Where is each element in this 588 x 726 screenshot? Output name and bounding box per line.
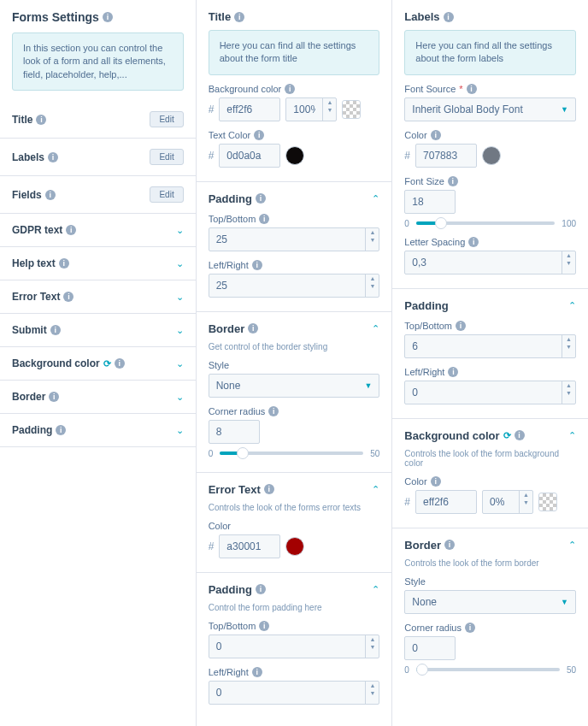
left-row[interactable]: Border i⌄ bbox=[0, 381, 196, 414]
info-icon[interactable]: i bbox=[248, 323, 258, 333]
info-icon[interactable]: i bbox=[448, 176, 458, 186]
step-down-icon[interactable]: ▼ bbox=[366, 689, 379, 697]
bg-color-input[interactable] bbox=[415, 490, 477, 514]
text-color-input[interactable] bbox=[219, 144, 280, 168]
info-icon[interactable]: i bbox=[259, 621, 269, 631]
info-icon[interactable]: i bbox=[465, 623, 475, 633]
step-up-icon[interactable]: ▲ bbox=[366, 274, 379, 282]
info-icon[interactable]: i bbox=[66, 225, 76, 235]
step-up-icon[interactable]: ▲ bbox=[366, 682, 379, 689]
step-down-icon[interactable]: ▼ bbox=[323, 106, 336, 114]
step-up-icon[interactable]: ▲ bbox=[520, 491, 532, 499]
info-icon[interactable]: i bbox=[252, 667, 262, 677]
edit-button[interactable]: Edit bbox=[150, 149, 183, 165]
color-swatch[interactable] bbox=[342, 100, 361, 119]
info-icon[interactable]: i bbox=[456, 321, 466, 331]
left-row[interactable]: Background color ⟳ i⌄ bbox=[0, 347, 196, 381]
tb-stepper[interactable]: ▲▼ bbox=[209, 227, 380, 251]
info-icon[interactable]: i bbox=[234, 12, 244, 22]
edit-button[interactable]: Edit bbox=[150, 186, 183, 203]
left-row[interactable]: Help text i⌄ bbox=[0, 247, 196, 280]
step-down-icon[interactable]: ▼ bbox=[366, 236, 379, 244]
info-icon[interactable]: i bbox=[468, 237, 479, 247]
color-swatch[interactable] bbox=[285, 537, 304, 556]
info-icon[interactable]: i bbox=[444, 12, 454, 22]
left-row[interactable]: Submit i⌄ bbox=[0, 314, 196, 347]
info-icon[interactable]: i bbox=[467, 84, 477, 94]
lr-stepper[interactable]: ▲▼ bbox=[209, 274, 380, 298]
info-icon[interactable]: i bbox=[50, 325, 61, 335]
step-down-icon[interactable]: ▼ bbox=[562, 389, 575, 397]
step-down-icon[interactable]: ▼ bbox=[562, 259, 575, 267]
step-up-icon[interactable]: ▲ bbox=[366, 635, 379, 643]
info-icon[interactable]: i bbox=[285, 84, 295, 94]
step-up-icon[interactable]: ▲ bbox=[323, 98, 336, 106]
radius-slider[interactable] bbox=[220, 452, 363, 455]
style-select[interactable]: None▼ bbox=[404, 590, 576, 614]
font-size-input[interactable] bbox=[404, 190, 456, 214]
tb-stepper[interactable]: ▲▼ bbox=[209, 635, 380, 658]
step-down-icon[interactable]: ▼ bbox=[366, 643, 379, 651]
style-select[interactable]: None▼ bbox=[209, 374, 380, 398]
info-icon[interactable]: i bbox=[444, 540, 455, 550]
info-icon[interactable]: i bbox=[431, 476, 441, 487]
error-color-input[interactable] bbox=[219, 534, 280, 558]
left-row[interactable]: Fields iEdit bbox=[0, 176, 196, 214]
info-icon[interactable]: i bbox=[268, 406, 279, 416]
info-icon[interactable]: i bbox=[259, 214, 269, 224]
step-up-icon[interactable]: ▲ bbox=[366, 228, 379, 236]
step-up-icon[interactable]: ▲ bbox=[562, 251, 575, 259]
info-icon[interactable]: i bbox=[59, 258, 69, 269]
label-color-input[interactable] bbox=[415, 144, 477, 168]
step-up-icon[interactable]: ▲ bbox=[562, 335, 575, 343]
info-icon[interactable]: i bbox=[63, 292, 74, 302]
chevron-up-icon[interactable]: ⌃ bbox=[568, 300, 576, 311]
info-icon[interactable]: i bbox=[103, 12, 113, 22]
left-row[interactable]: Labels iEdit bbox=[0, 139, 196, 176]
info-icon[interactable]: i bbox=[264, 484, 274, 494]
radius-input[interactable] bbox=[209, 420, 260, 444]
tb-stepper[interactable]: ▲▼ bbox=[404, 334, 576, 358]
chevron-up-icon[interactable]: ⌃ bbox=[372, 323, 379, 334]
left-row[interactable]: Title iEdit bbox=[0, 101, 196, 139]
letter-spacing-stepper[interactable]: ▲▼ bbox=[404, 251, 576, 274]
info-icon[interactable]: i bbox=[115, 358, 125, 369]
info-icon[interactable]: i bbox=[256, 193, 266, 204]
info-icon[interactable]: i bbox=[256, 584, 266, 594]
info-icon[interactable]: i bbox=[514, 430, 525, 440]
left-row[interactable]: GDPR text i⌄ bbox=[0, 214, 196, 247]
info-icon[interactable]: i bbox=[431, 130, 441, 140]
info-icon[interactable]: i bbox=[56, 425, 66, 435]
font-size-slider[interactable] bbox=[416, 221, 555, 225]
info-icon[interactable]: i bbox=[448, 367, 458, 377]
info-icon[interactable]: i bbox=[48, 152, 58, 162]
color-swatch[interactable] bbox=[285, 146, 304, 165]
step-down-icon[interactable]: ▼ bbox=[562, 343, 575, 351]
bg-color-input[interactable] bbox=[219, 97, 280, 121]
opacity-stepper[interactable]: ▲▼ bbox=[285, 97, 337, 121]
edit-button[interactable]: Edit bbox=[150, 111, 183, 127]
info-icon[interactable]: i bbox=[254, 130, 264, 140]
info-icon[interactable]: i bbox=[36, 115, 46, 125]
step-down-icon[interactable]: ▼ bbox=[520, 499, 532, 506]
info-icon[interactable]: i bbox=[45, 190, 56, 200]
radius-slider[interactable] bbox=[416, 668, 560, 671]
radius-input[interactable] bbox=[404, 636, 456, 660]
chevron-up-icon[interactable]: ⌃ bbox=[372, 584, 379, 595]
chevron-up-icon[interactable]: ⌃ bbox=[372, 484, 379, 495]
chevron-up-icon[interactable]: ⌃ bbox=[372, 193, 379, 204]
info-icon[interactable]: i bbox=[252, 260, 262, 270]
info-icon[interactable]: i bbox=[49, 392, 59, 402]
opacity-stepper[interactable]: ▲▼ bbox=[482, 490, 533, 514]
chevron-up-icon[interactable]: ⌃ bbox=[568, 540, 576, 551]
chevron-up-icon[interactable]: ⌃ bbox=[568, 430, 576, 441]
color-swatch[interactable] bbox=[482, 146, 501, 165]
color-swatch[interactable] bbox=[538, 493, 557, 511]
step-up-icon[interactable]: ▲ bbox=[562, 381, 575, 389]
step-down-icon[interactable]: ▼ bbox=[366, 282, 379, 290]
left-row[interactable]: Padding i⌄ bbox=[0, 414, 196, 447]
lr-stepper[interactable]: ▲▼ bbox=[404, 381, 576, 404]
font-source-select[interactable]: Inherit Global Body Font▼ bbox=[404, 97, 576, 121]
lr-stepper[interactable]: ▲▼ bbox=[209, 681, 380, 705]
left-row[interactable]: Error Text i⌄ bbox=[0, 280, 196, 314]
